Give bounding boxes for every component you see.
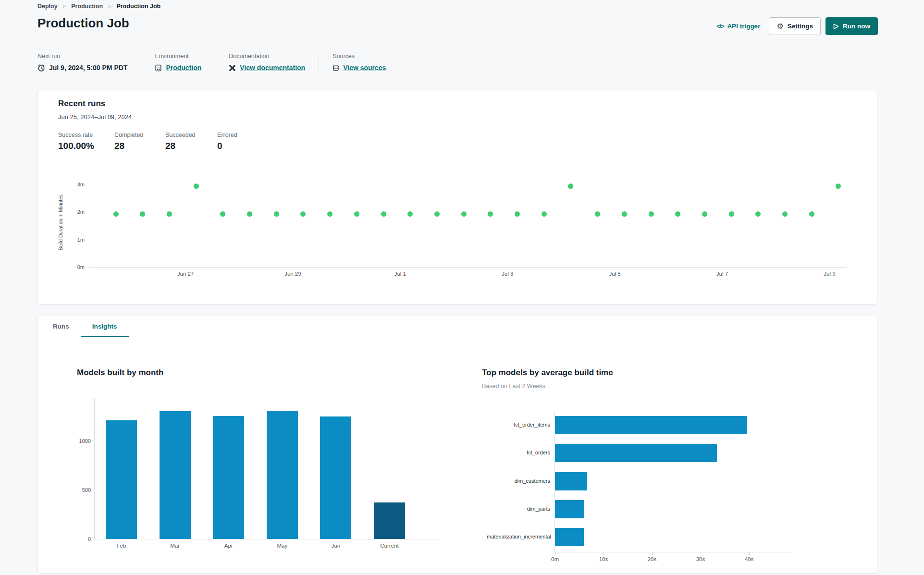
- top-models-subtitle: Based on Last 2 Weeks: [482, 383, 545, 390]
- month-bar[interactable]: [374, 502, 405, 539]
- run-dot[interactable]: [568, 184, 573, 189]
- run-dot[interactable]: [595, 211, 600, 217]
- time-tick-label: 20s: [638, 556, 666, 562]
- header-actions: </> API trigger ⚙ Settings Run now: [716, 17, 878, 35]
- stat-errored: Errored 0: [217, 132, 237, 151]
- model-name-label: materialization_incremental: [487, 534, 550, 539]
- settings-label: Settings: [788, 23, 813, 30]
- time-tick-label: 40s: [735, 556, 764, 562]
- view-documentation-link[interactable]: View documentation: [240, 64, 305, 72]
- scatter-x-tick-label: Jul 9: [801, 271, 858, 277]
- model-bar[interactable]: [555, 416, 747, 434]
- page-title: Production Job: [37, 16, 129, 31]
- dbt-docs-icon: [229, 64, 236, 72]
- stat-completed: Completed 28: [114, 132, 165, 151]
- environment-icon: [155, 64, 162, 72]
- month-bar[interactable]: [213, 416, 244, 539]
- environment-label: Environment: [155, 53, 201, 60]
- sources-label: Sources: [333, 53, 386, 60]
- scatter-y-tick-label: 2m: [66, 209, 85, 215]
- top-models-plot: fct_order_itemsfct_ordersdim_customersdi…: [554, 411, 792, 552]
- scatter-x-tick-label: Jul 3: [479, 271, 536, 277]
- scatter-x-tick-label: Jul 5: [586, 271, 644, 277]
- job-info-bar: Next run Jul 9, 2024, 5:00 PM PDT Enviro…: [37, 52, 399, 74]
- month-label: May: [253, 543, 311, 549]
- model-name-label: fct_orders: [487, 450, 550, 455]
- run-dot[interactable]: [434, 211, 440, 217]
- month-bar[interactable]: [320, 416, 351, 539]
- month-bar[interactable]: [106, 420, 137, 539]
- database-icon: [333, 64, 339, 72]
- run-dot[interactable]: [300, 211, 306, 217]
- stat-value: 28: [165, 141, 217, 151]
- month-label: Jun: [307, 543, 365, 549]
- month-bar[interactable]: [160, 411, 191, 539]
- tab-runs[interactable]: Runs: [41, 316, 81, 337]
- sources-group: Sources View sources: [319, 52, 399, 74]
- run-dot[interactable]: [702, 211, 707, 217]
- tab-insights[interactable]: Insights: [81, 316, 129, 337]
- api-trigger-link[interactable]: </> API trigger: [716, 23, 760, 30]
- run-now-button[interactable]: Run now: [825, 17, 878, 35]
- tab-bar: Runs Insights: [38, 316, 877, 337]
- breadcrumb: Deploy > Production > Production Job: [37, 3, 160, 10]
- x-axis-tick: [701, 552, 701, 555]
- run-dot[interactable]: [755, 211, 761, 217]
- month-label: Apr: [200, 543, 258, 549]
- play-icon: [833, 24, 839, 29]
- run-dot[interactable]: [542, 211, 547, 217]
- run-dot[interactable]: [327, 211, 333, 217]
- settings-button[interactable]: ⚙ Settings: [769, 17, 821, 35]
- run-dot[interactable]: [140, 211, 145, 217]
- stat-value: 28: [114, 141, 165, 151]
- run-dot[interactable]: [836, 184, 841, 189]
- recent-runs-title: Recent runs: [58, 99, 105, 109]
- run-dot[interactable]: [381, 211, 386, 217]
- run-dot[interactable]: [649, 211, 654, 217]
- x-axis-tick: [604, 552, 604, 555]
- run-dot[interactable]: [809, 211, 814, 217]
- models-by-month-title: Models built by month: [77, 368, 163, 378]
- breadcrumb-deploy[interactable]: Deploy: [37, 3, 58, 10]
- run-dot[interactable]: [274, 211, 279, 217]
- scatter-x-tick-label: Jul 7: [693, 271, 751, 277]
- time-tick-label: 0m: [541, 556, 569, 562]
- model-bar[interactable]: [555, 500, 584, 518]
- run-dot[interactable]: [354, 211, 359, 217]
- model-name-label: fct_order_items: [487, 422, 550, 428]
- run-dot[interactable]: [220, 211, 225, 217]
- documentation-label: Documentation: [229, 53, 305, 60]
- insights-card: Runs Insights Models built by month FebM…: [37, 316, 877, 574]
- x-axis-tick: [555, 552, 555, 555]
- recent-runs-card: Recent runs Jun 25, 2024–Jul 09, 2024 Su…: [37, 91, 877, 305]
- run-dot[interactable]: [488, 211, 493, 217]
- run-dot[interactable]: [167, 211, 172, 217]
- model-name-label: dim_parts: [487, 506, 550, 512]
- model-bar[interactable]: [555, 444, 717, 462]
- model-bar[interactable]: [555, 472, 587, 490]
- run-dot[interactable]: [194, 184, 199, 189]
- view-sources-link[interactable]: View sources: [343, 64, 386, 72]
- run-dot[interactable]: [407, 211, 413, 217]
- run-dot[interactable]: [515, 211, 520, 217]
- environment-link[interactable]: Production: [166, 64, 201, 72]
- run-stats: Success rate 100.00% Completed 28 Succee…: [58, 132, 237, 151]
- run-dot[interactable]: [782, 211, 788, 217]
- run-dot[interactable]: [461, 211, 467, 217]
- code-icon: </>: [716, 23, 724, 30]
- run-dot[interactable]: [113, 211, 119, 217]
- run-dot[interactable]: [729, 211, 734, 217]
- next-run-group: Next run Jul 9, 2024, 5:00 PM PDT: [37, 52, 141, 74]
- month-bar[interactable]: [267, 411, 298, 539]
- stat-label: Succeeded: [165, 132, 217, 138]
- run-dot[interactable]: [622, 211, 627, 217]
- scatter-x-tick-label: Jul 1: [371, 271, 429, 277]
- run-dot[interactable]: [675, 211, 680, 217]
- scatter-y-tick-label: 0m: [66, 264, 85, 270]
- top-models-title: Top models by average build time: [482, 368, 613, 378]
- run-dot[interactable]: [247, 211, 252, 217]
- model-bar[interactable]: [555, 528, 584, 546]
- bar-y-tick-label: 1000: [73, 438, 91, 444]
- chevron-right-icon: >: [63, 3, 66, 9]
- breadcrumb-production[interactable]: Production: [71, 3, 103, 10]
